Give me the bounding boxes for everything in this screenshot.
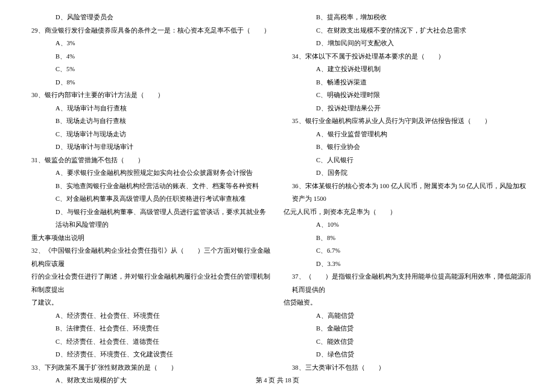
option-text: A、高能信贷: [284, 309, 532, 323]
option-text: D、风险管理委员会: [23, 11, 271, 24]
continuation-line: 亿元人民币，则资本充足率为（ ）: [284, 206, 532, 219]
option-text: D、绿色信贷: [284, 348, 532, 361]
question-line: 34、宋体以下不属于投诉处理基本要求的是（ ）: [284, 50, 532, 63]
option-text: A、要求银行业金融机构按照规定如实向社会公众披露财务会计报告: [23, 166, 271, 180]
option-text: C、人民银行: [284, 154, 532, 167]
option-text: C、现场审计与现场走访: [23, 128, 271, 141]
question-line: 29、商业银行发行金融债券应具备的条件之一是：核心资本充足率不低于（ ）: [23, 24, 271, 37]
option-text: D、与银行业金融机构董事、高级管理人员进行监管谈话，要求其就业务活动和风险管理的: [23, 206, 271, 232]
option-text: D、3.3%: [284, 258, 532, 271]
option-text: C、6.7%: [284, 244, 532, 258]
question-line: 38、三大类审计不包括（ ）: [284, 361, 532, 375]
question-line: 33、下列政策不属于扩张性财政政策的是（ ）: [23, 361, 271, 375]
option-text: C、能效信贷: [284, 335, 532, 349]
option-text: D、8%: [23, 76, 271, 89]
option-text: B、现场走访与自行查核: [23, 115, 271, 128]
option-text: B、畅通投诉渠道: [284, 76, 532, 89]
right-column: B、提高税率，增加税收 C、在财政支出规模不变的情况下，扩大社会总需求 D、增加…: [284, 11, 532, 358]
option-text: C、明确投诉处理时限: [284, 89, 532, 102]
option-text: D、投诉处理结果公开: [284, 102, 532, 115]
question-line: 32、《中国银行业金融机构企业社会责任指引》从（ ）三个方面对银行业金融机构应该…: [23, 244, 271, 270]
option-text: B、法律责任、社会责任、环境责任: [23, 322, 271, 335]
option-text: C、对金融机构董事及高级管理人员的任职资格进行考试审查核准: [23, 192, 271, 206]
option-text: A、建立投诉处理机制: [284, 63, 532, 76]
option-text: C、5%: [23, 63, 271, 76]
continuation-line: 了建议。: [23, 296, 271, 309]
option-text: B、金融信贷: [284, 322, 532, 335]
left-column: D、风险管理委员会 29、商业银行发行金融债券应具备的条件之一是：核心资本充足率…: [23, 11, 271, 358]
option-text: B、提高税率，增加税收: [284, 11, 532, 24]
continuation-line: 信贷融资。: [284, 296, 532, 309]
document-columns: D、风险管理委员会 29、商业银行发行金融债券应具备的条件之一是：核心资本充足率…: [23, 11, 532, 358]
option-text: C、经济责任、社会责任、道德责任: [23, 335, 271, 349]
question-line: 31、银监会的监管措施不包括（ ）: [23, 154, 271, 167]
question-line: 37、（ ）是指银行业金融机构为支持用能单位提高能源利用效率，降低能源消耗而提供…: [284, 270, 532, 296]
option-text: A、经济责任、社会责任、环境责任: [23, 309, 271, 323]
option-text: D、国务院: [284, 166, 532, 180]
option-text: B、8%: [284, 232, 532, 245]
option-text: B、实地查阅银行业金融机构经营活动的账表、文件、档案等各种资料: [23, 180, 271, 193]
continuation-line: 行的企业社会责任进行了阐述，并对银行业金融机构履行企业社会责任的管理机制和制度提…: [23, 270, 271, 296]
option-text: D、现场审计与非现场审计: [23, 141, 271, 154]
question-line: 35、银行业金融机构应将从业人员行为守则及评估报告报送（ ）: [284, 115, 532, 128]
option-text: B、银行业协会: [284, 141, 532, 154]
option-text: A、银行业监督管理机构: [284, 128, 532, 141]
question-line: 30、银行内部审计主要的审计方法是（ ）: [23, 89, 271, 102]
option-text: A、现场审计与自行查核: [23, 102, 271, 115]
page-footer: 第 4 页 共 18 页: [0, 376, 555, 385]
option-text: C、在财政支出规模不变的情况下，扩大社会总需求: [284, 24, 532, 37]
question-line: 36、宋体某银行的核心资本为 100 亿人民币，附属资本为 50 亿人民币，风险…: [284, 180, 532, 206]
option-text: B、4%: [23, 50, 271, 63]
option-text: A、10%: [284, 218, 532, 232]
option-text: D、经济责任、环境责任、文化建设责任: [23, 348, 271, 361]
option-text: D、增加民间的可支配收入: [284, 37, 532, 50]
continuation-line: 重大事项做出说明: [23, 232, 271, 245]
option-text: A、3%: [23, 37, 271, 50]
